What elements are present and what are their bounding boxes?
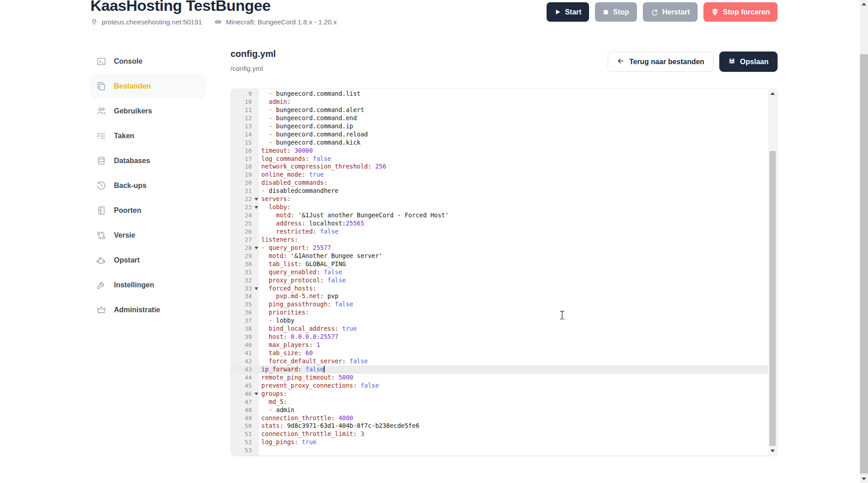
code-line-11[interactable]: 11 - bungeecord.command.alert [231, 106, 768, 114]
force-stop-button[interactable]: Stop forceren [703, 2, 778, 22]
code-line-34[interactable]: 34 pvp.md-5.net: pvp [231, 292, 768, 300]
code-line-53[interactable]: 53 [231, 446, 768, 455]
page-scroll-up-icon[interactable] [862, 3, 866, 5]
code-editor[interactable]: 9 - bungeecord.command.list10 admin:11 -… [231, 89, 778, 456]
crown-icon [96, 305, 107, 315]
code-line-25[interactable]: 25 address: localhost:25565 [231, 220, 768, 228]
page-scrollbar[interactable] [860, 0, 868, 483]
fold-arrow-icon[interactable] [255, 287, 258, 290]
code-line-21[interactable]: 21- disabledcommandhere [231, 187, 768, 195]
code-line-24[interactable]: 24 motd: '&1Just another BungeeCord - Fo… [231, 211, 768, 220]
code-text [259, 446, 261, 455]
code-line-10[interactable]: 10 admin: [231, 98, 768, 106]
code-line-33[interactable]: 33 forced_hosts: [231, 285, 768, 293]
code-line-9[interactable]: 9 - bungeecord.command.list [231, 90, 768, 98]
code-line-22[interactable]: 22servers: [231, 195, 768, 203]
editor-scrollbar-thumb[interactable] [769, 151, 776, 446]
text-caret [324, 366, 325, 372]
code-line-35[interactable]: 35 ping_passthrough: false [231, 300, 768, 309]
code-text: force_default_server: false [259, 357, 368, 366]
code-line-52[interactable]: 52log_pings: true [231, 438, 768, 446]
fold-arrow-icon[interactable] [255, 206, 258, 209]
sidebar-item-label: Console [114, 57, 142, 66]
code-line-27[interactable]: 27listeners: [231, 236, 768, 244]
line-number: 42 [231, 357, 259, 366]
code-line-41[interactable]: 41 tab_size: 60 [231, 349, 768, 357]
code-line-16[interactable]: 16timeout: 30000 [231, 147, 768, 155]
line-number: 40 [231, 341, 259, 349]
code-line-51[interactable]: 51connection_throttle_limit: 3 [231, 430, 768, 438]
code-text: stats: 9d8c3971-63d1-404b-8f7c-b238ecde5… [259, 422, 420, 430]
start-button[interactable]: Start [547, 2, 589, 22]
code-line-50[interactable]: 50stats: 9d8c3971-63d1-404b-8f7c-b238ecd… [231, 422, 768, 430]
fold-arrow-icon[interactable] [255, 247, 258, 249]
restart-button[interactable]: Herstart [643, 2, 698, 22]
code-line-38[interactable]: 38 bind_local_address: true [231, 325, 768, 333]
sidebar-item-label: Back-ups [114, 182, 146, 190]
sidebar-item-label: Taken [114, 132, 134, 140]
sidebar-item-versie[interactable]: Versie [90, 223, 206, 248]
save-button[interactable]: Opslaan [719, 52, 778, 72]
code-line-49[interactable]: 49connection_throttle: 4000 [231, 414, 768, 422]
code-line-15[interactable]: 15 - bungeecord.command.kick [231, 139, 768, 147]
code-line-14[interactable]: 14 - bungeecord.command.reload [231, 131, 768, 139]
code-text: log_commands: false [259, 155, 331, 163]
code-line-45[interactable]: 45prevent_proxy_connections: false [231, 382, 768, 390]
code-text: - disabledcommandhere [259, 187, 339, 195]
editor-scrollbar[interactable] [768, 89, 777, 455]
code-line-43[interactable]: 43ip_forward: false [231, 366, 768, 374]
code-text: ip_forward: false [259, 366, 325, 374]
sidebar-item-console[interactable]: Console [90, 49, 206, 74]
line-number: 41 [231, 349, 259, 357]
sidebar-item-databases[interactable]: Databases [90, 148, 206, 173]
code-line-28[interactable]: 28- query_port: 25577 [231, 244, 768, 252]
scroll-up-icon[interactable] [770, 92, 775, 95]
sidebar-item-back-ups[interactable]: Back-ups [90, 173, 206, 198]
code-line-17[interactable]: 17log_commands: false [231, 155, 768, 163]
line-number: 25 [231, 220, 259, 228]
code-line-48[interactable]: 48 - admin [231, 406, 768, 414]
code-line-36[interactable]: 36 priorities: [231, 309, 768, 317]
code-line-37[interactable]: 37 - lobby [231, 317, 768, 325]
code-text: - bungeecord.command.list [259, 90, 360, 98]
sidebar-item-administratie[interactable]: Administratie [90, 297, 206, 322]
code-line-13[interactable]: 13 - bungeecord.command.ip [231, 122, 768, 131]
fold-arrow-icon[interactable] [255, 393, 258, 395]
line-number: 26 [231, 228, 259, 236]
sidebar-item-poorten[interactable]: Poorten [90, 198, 206, 223]
line-number: 52 [231, 438, 259, 446]
sidebar-item-taken[interactable]: Taken [90, 123, 206, 148]
code-line-23[interactable]: 23 lobby: [231, 203, 768, 211]
code-text: bind_local_address: true [259, 325, 357, 333]
code-line-47[interactable]: 47 md_5: [231, 398, 768, 406]
code-line-26[interactable]: 26 restricted: false [231, 228, 768, 236]
code-line-44[interactable]: 44remote_ping_timeout: 5000 [231, 374, 768, 382]
code-line-31[interactable]: 31 query_enabled: false [231, 268, 768, 277]
code-line-46[interactable]: 46groups: [231, 390, 768, 398]
code-line-20[interactable]: 20disabled_commands: [231, 179, 768, 187]
sidebar-item-bestanden[interactable]: Bestanden [90, 74, 206, 98]
code-line-18[interactable]: 18network_compression_threshold: 256 [231, 163, 768, 171]
line-number: 27 [231, 236, 259, 244]
scroll-down-icon[interactable] [770, 450, 775, 452]
sidebar: ConsoleBestandenGebruikersTakenDatabases… [90, 49, 206, 322]
code-line-12[interactable]: 12 - bungeecord.command.end [231, 114, 768, 122]
line-number: 13 [231, 122, 259, 131]
back-to-files-button[interactable]: Terug naar bestanden [608, 52, 713, 72]
code-line-19[interactable]: 19online_mode: true [231, 171, 768, 179]
code-line-29[interactable]: 29 motd: '&1Another Bungee server' [231, 252, 768, 260]
page-scrollbar-thumb[interactable] [860, 54, 868, 474]
code-line-40[interactable]: 40 max_players: 1 [231, 341, 768, 349]
sidebar-item-opstart[interactable]: Opstart [90, 248, 206, 272]
fold-arrow-icon[interactable] [255, 198, 258, 201]
code-line-39[interactable]: 39 host: 0.0.0.0:25577 [231, 333, 768, 341]
stop-button[interactable]: Stop [595, 2, 637, 22]
code-line-30[interactable]: 30 tab_list: GLOBAL_PING [231, 260, 768, 268]
code-line-42[interactable]: 42 force_default_server: false [231, 357, 768, 366]
line-number: 39 [231, 333, 259, 341]
code-text: - bungeecord.command.kick [259, 139, 360, 147]
code-line-32[interactable]: 32 proxy_protocol: false [231, 277, 768, 285]
sidebar-item-gebruikers[interactable]: Gebruikers [90, 98, 206, 123]
sidebar-item-instellingen[interactable]: Instellingen [90, 272, 206, 297]
page-scroll-down-icon[interactable] [862, 478, 866, 480]
